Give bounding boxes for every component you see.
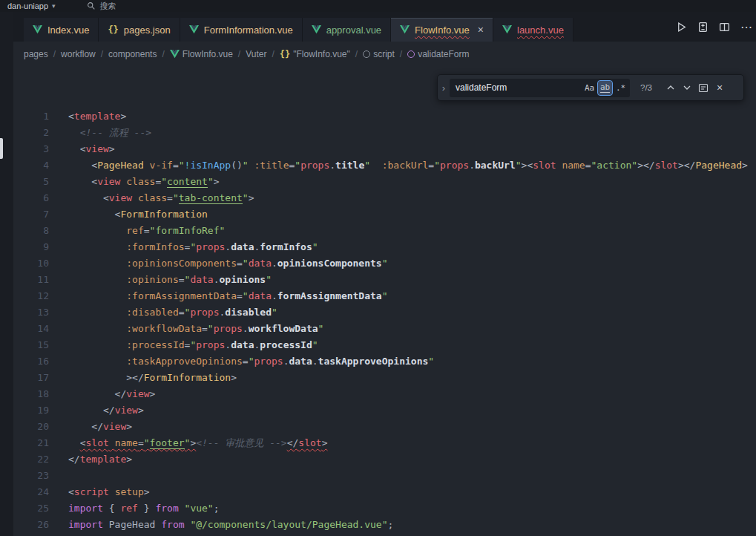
code-line[interactable]: 7 <FormInformation — [13, 206, 756, 223]
code-line[interactable]: 13 :disabled="props.disabled" — [13, 304, 756, 321]
code-text: <view class="content"> — [49, 174, 220, 190]
tab-approval.vue[interactable]: approval.vue — [303, 18, 391, 42]
code-text: :opinionsComponents="data.opinionsCompon… — [49, 255, 388, 272]
code-line[interactable]: 10 :opinionsComponents="data.opinionsCom… — [13, 255, 756, 272]
code-text: <PageHead v-if="!isInApp()" :title="prop… — [49, 157, 748, 174]
line-number: 23 — [13, 468, 49, 484]
line-number: 26 — [13, 517, 49, 533]
code-text: <view class="tab-content"> — [49, 190, 254, 206]
breadcrumb-separator: / — [162, 49, 164, 59]
code-text: :processId="props.data.processId" — [49, 337, 318, 353]
line-number: 9 — [13, 239, 49, 255]
code-text: ></FormInformation> — [49, 370, 237, 386]
tab-pages.json[interactable]: {}pages.json — [99, 18, 180, 42]
code-line[interactable]: 6 <view class="tab-content"> — [13, 190, 756, 206]
code-line[interactable]: 26import PageHead from "@/components/lay… — [13, 517, 756, 533]
chevron-down-icon: ▾ — [52, 2, 56, 10]
split-editor-button[interactable] — [719, 22, 730, 33]
code-line[interactable]: 15 :processId="props.data.processId" — [13, 337, 756, 353]
line-number: 3 — [13, 141, 49, 157]
code-text: :opinions="data.opinions" — [49, 272, 272, 288]
close-find-button[interactable]: × — [711, 79, 728, 96]
global-search-box[interactable]: 搜索 — [87, 1, 116, 12]
line-number: 7 — [13, 206, 49, 223]
breadcrumb-item-pages[interactable]: pages — [24, 49, 48, 59]
breadcrumb-label: components — [108, 49, 157, 59]
code-text — [49, 468, 68, 484]
code-text: import PageHead from "@/components/layou… — [49, 517, 393, 533]
code-line[interactable]: 16 :taskApproveOpinions="props.data.task… — [13, 353, 756, 370]
method-symbol-icon — [407, 50, 415, 58]
next-match-button[interactable] — [679, 79, 695, 96]
code-line[interactable]: 18 </view> — [13, 386, 756, 402]
code-line[interactable]: 25import { ref } from "vue"; — [13, 500, 756, 517]
code-line[interactable]: 3 <view> — [13, 141, 756, 157]
project-name: dan-uniapp — [7, 1, 48, 10]
code-line[interactable]: 20 </view> — [13, 419, 756, 435]
script-symbol-icon — [363, 50, 370, 58]
regex-button[interactable]: .* — [614, 81, 628, 95]
tab-FlowInfo.vue[interactable]: FlowInfo.vue× — [391, 18, 493, 42]
breadcrumb-item-components[interactable]: components — [108, 49, 157, 59]
breadcrumb-item-workflow[interactable]: workflow — [61, 49, 96, 59]
run-button[interactable] — [676, 22, 687, 33]
breadcrumb-label: pages — [24, 49, 48, 59]
line-number: 4 — [13, 157, 49, 174]
code-text: :workflowData="props.workflowData" — [49, 321, 323, 337]
breadcrumb-item-FlowInfo.vue[interactable]: {}"FlowInfo.vue" — [280, 49, 350, 59]
line-number: 14 — [13, 321, 49, 337]
more-actions-button[interactable]: ⋯ — [740, 20, 753, 34]
code-line[interactable]: 9 :formInfos="props.data.formInfos" — [13, 239, 756, 255]
line-number: 21 — [13, 435, 49, 451]
previous-match-button[interactable] — [663, 79, 679, 96]
line-number: 18 — [13, 386, 49, 402]
breadcrumb-separator: / — [272, 49, 274, 59]
code-text: ref="formInfoRef" — [49, 223, 225, 239]
project-menu[interactable]: dan-uniapp ▾ — [7, 1, 56, 10]
code-line[interactable]: 22</template> — [13, 451, 756, 468]
toggle-replace-button[interactable]: › — [438, 75, 450, 100]
activity-bar — [0, 12, 13, 536]
breadcrumb-item-validateForm[interactable]: validateForm — [407, 49, 469, 59]
tab-label: launch.vue — [517, 24, 564, 36]
code-line[interactable]: 19 </view> — [13, 402, 756, 419]
find-input[interactable]: validateForm Aa ab .* — [450, 79, 630, 97]
code-text: import { ref } from "vue"; — [49, 500, 220, 517]
code-lines: 1<template>2 <!-- 流程 -->3 <view>4 <PageH… — [13, 67, 756, 533]
vscode-window: dan-uniapp ▾ 搜索 Index.vue{}pages.jsonFor… — [0, 0, 756, 536]
line-number: 12 — [13, 288, 49, 304]
editor-group: Index.vue{}pages.jsonFormInformation.vue… — [13, 12, 756, 536]
code-line[interactable]: 21 <slot name="footer"><!-- 审批意见 --></sl… — [13, 435, 756, 451]
code-line[interactable]: 14 :workflowData="props.workflowData" — [13, 321, 756, 337]
tab-FormInformation.vue[interactable]: FormInformation.vue — [180, 18, 303, 42]
code-line[interactable]: 8 ref="formInfoRef" — [13, 223, 756, 239]
code-line[interactable]: 24<script setup> — [13, 484, 756, 500]
tab-launch.vue[interactable]: launch.vue — [493, 18, 573, 42]
code-line[interactable]: 5 <view class="content"> — [13, 174, 756, 190]
code-line[interactable]: 17 ></FormInformation> — [13, 370, 756, 386]
whole-word-button[interactable]: ab — [598, 81, 612, 95]
code-line[interactable]: 4 <PageHead v-if="!isInApp()" :title="pr… — [13, 157, 756, 174]
code-line[interactable]: 12 :formAssignmentData="data.formAssignm… — [13, 288, 756, 304]
code-line[interactable]: 11 :opinions="data.opinions" — [13, 272, 756, 288]
breadcrumb-item-script[interactable]: script — [363, 49, 395, 59]
breadcrumb-item-Vuter[interactable]: Vuter — [246, 49, 266, 59]
vue-icon — [170, 50, 180, 59]
find-in-selection-button[interactable] — [695, 79, 711, 96]
code-text: <!-- 流程 --> — [49, 125, 151, 141]
code-text: <script setup> — [49, 484, 150, 500]
vue-icon — [33, 25, 42, 34]
match-case-button[interactable]: Aa — [582, 81, 596, 95]
open-changes-icon[interactable] — [697, 22, 709, 33]
tab-label: approval.vue — [326, 24, 381, 36]
code-line[interactable]: 1<template> — [13, 108, 756, 125]
code-line[interactable]: 2 <!-- 流程 --> — [13, 125, 756, 141]
close-icon[interactable]: × — [478, 24, 484, 35]
breadcrumb-item-FlowInfo.vue[interactable]: FlowInfo.vue — [170, 49, 233, 59]
code-line[interactable]: 23 — [13, 468, 756, 484]
line-number: 22 — [13, 451, 49, 468]
tab-Index.vue[interactable]: Index.vue — [24, 18, 99, 42]
line-number: 11 — [13, 272, 49, 288]
breadcrumb: pages/workflow/components/FlowInfo.vue/V… — [13, 42, 756, 67]
editor-actions: ⋯ — [667, 12, 756, 42]
